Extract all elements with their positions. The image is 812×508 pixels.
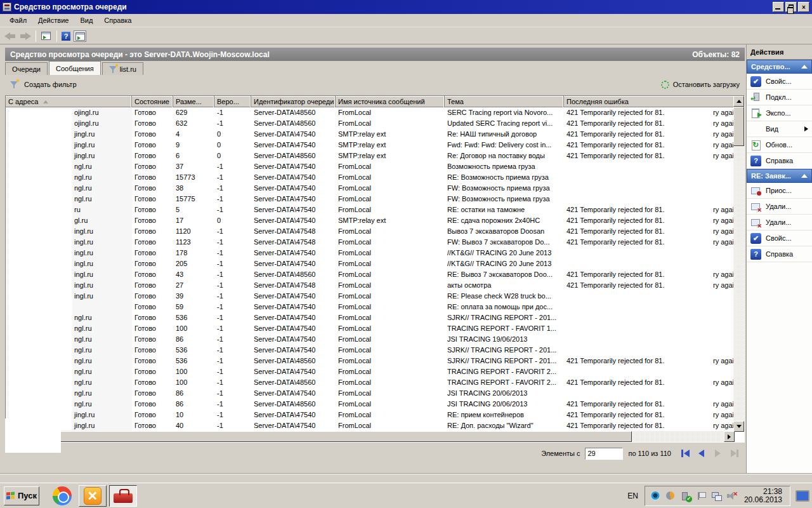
table-row[interactable]: ↑Готово59-1Server-DATA\47540FromLocalRE:… [6, 302, 735, 312]
stop-loading-button[interactable]: Остановить загрузку [661, 81, 740, 89]
action-group-header-1[interactable]: RE: Заявк... [747, 169, 812, 183]
properties-icon: ✔ [750, 76, 761, 87]
table-row[interactable]: ↑ngl.ruГотово100-1Server-DATA\48560FromL… [6, 377, 735, 388]
action-item[interactable]: ✔Свойс... [747, 231, 812, 246]
chrome-launcher[interactable] [48, 485, 76, 507]
network-tray-icon[interactable] [711, 491, 721, 501]
column-header-1[interactable]: Состояние [132, 96, 173, 107]
create-filter-button[interactable]: Создать фильтр [10, 81, 77, 88]
table-row[interactable]: ↑ingl.ruГотово205-1Server-DATA\47540From… [6, 258, 735, 269]
action-item[interactable]: ?Справка [747, 153, 812, 169]
table-row[interactable]: ↑ngl.ruГотово536-1Server-DATA\48560FromL… [6, 356, 735, 366]
menu-item-0[interactable]: Файл [4, 15, 32, 25]
forward-icon[interactable] [18, 30, 32, 42]
column-header-2[interactable]: Разме... [173, 96, 214, 107]
table-row[interactable]: ↑ngl.ruГотово536-1Server-DATA\47540FromL… [6, 345, 735, 356]
safely-remove-hardware-icon[interactable] [681, 491, 691, 501]
collapse-icon[interactable] [801, 65, 808, 69]
table-row[interactable]: ↑gl.ruГотово170Server-DATA\47540SMTP:rel… [6, 215, 735, 226]
table-row[interactable]: ↑jingl.ruГотово40-1Server-DATA\47540From… [6, 420, 735, 431]
table-row[interactable]: ↑ngl.ruГотово100-1Server-DATA\47540FromL… [6, 366, 735, 377]
action-item[interactable]: Удали... [747, 215, 812, 231]
items-from-input[interactable] [585, 448, 623, 460]
previous-page-button[interactable] [697, 449, 707, 458]
tab-2[interactable]: list.ru [102, 62, 143, 75]
scroll-up-button[interactable] [733, 96, 744, 107]
table-row[interactable]: ↑ojingl.ruГотово632-1Server-DATA\48560Fr… [6, 118, 735, 129]
webcam-tray-icon[interactable] [650, 491, 660, 501]
action-item[interactable]: Обнов... [747, 137, 812, 153]
table-row[interactable]: ↑jingl.ruГотово90Server-DATA\47540SMTP:r… [6, 140, 735, 150]
language-indicator[interactable]: EN [621, 491, 645, 500]
action-item[interactable]: Экспо... [747, 105, 812, 121]
action-item[interactable]: ?Справка [747, 246, 812, 262]
horizontal-scroll-thumb[interactable] [16, 431, 632, 442]
scroll-right-button[interactable] [724, 431, 735, 442]
clock[interactable]: 21:38 20.06.2013 [742, 488, 785, 504]
collapse-icon[interactable] [801, 174, 808, 178]
table-row[interactable]: ↑ingl.ruГотово43-1Server-DATA\48560FromL… [6, 269, 735, 280]
toolbox-taskbar-button[interactable] [109, 485, 137, 507]
table-row[interactable]: ↑ngl.ruГотово15775-1Server-DATA\47540Fro… [6, 194, 735, 204]
minimize-button[interactable] [773, 2, 784, 12]
last-error-tail: ry agai [713, 226, 734, 237]
cell-status: Готово [132, 226, 173, 237]
first-page-button[interactable] [680, 449, 690, 458]
close-button[interactable]: × [798, 2, 809, 12]
action-group-header-0[interactable]: Средство... [747, 60, 812, 74]
table-row[interactable]: ↑ngl.ruГотово536-1Server-DATA\47540FromL… [6, 312, 735, 323]
action-item[interactable]: Подкл... [747, 90, 812, 105]
column-header-3[interactable]: Веро... [214, 96, 251, 107]
table-row[interactable]: ↑ingl.ruГотово1120-1Server-DATA\47548Fro… [6, 226, 735, 237]
column-header-5[interactable]: Имя источника сообщений [336, 96, 445, 107]
scroll-down-button[interactable] [733, 421, 744, 432]
tab-0[interactable]: Очереди [5, 62, 48, 75]
table-row[interactable]: ↑jingl.ruГотово10-1Server-DATA\47540From… [6, 410, 735, 420]
volume-muted-icon[interactable] [726, 491, 737, 501]
table-row[interactable]: ↑ngl.ruГотово86-1Server-DATA\47540FromLo… [6, 334, 735, 345]
table-row[interactable]: ↑ngl.ruГотово86-1Server-DATA\48560FromLo… [6, 399, 735, 410]
column-header-0[interactable]: С адреса [6, 96, 132, 107]
table-row[interactable]: ↑ingl.ruГотово39-1Server-DATA\47540FromL… [6, 291, 735, 302]
restore-button[interactable] [785, 2, 797, 12]
action-item[interactable]: Вид [747, 121, 812, 137]
display-settings-icon[interactable] [796, 490, 809, 502]
update-tray-icon[interactable] [665, 491, 676, 501]
table-row[interactable]: ↑ngl.ruГотово37-1Server-DATA\47540FromLo… [6, 161, 735, 172]
vertical-scrollbar[interactable] [733, 96, 744, 432]
table-row[interactable]: ↑ngl.ruГотово15773-1Server-DATA\47540Fro… [6, 172, 735, 183]
menu-item-3[interactable]: Справка [98, 15, 137, 25]
action-item[interactable]: Приос... [747, 183, 812, 199]
table-row[interactable]: ↑ruГотово5-1Server-DATA\47540FromLocalRE… [6, 204, 735, 215]
menu-item-2[interactable]: Вид [74, 15, 98, 25]
tab-1[interactable]: Сообщения [49, 61, 101, 75]
menu-item-1[interactable]: Действие [32, 15, 74, 25]
column-header-7[interactable]: Последняя ошибка [564, 96, 735, 107]
table-row[interactable]: ↑ingl.ruГотово1123-1Server-DATA\47548Fro… [6, 237, 735, 248]
help-icon[interactable]: ? [60, 30, 72, 42]
table-row[interactable]: ↑jingl.ruГотово40Server-DATA\47540SMTP:r… [6, 129, 735, 140]
next-page-button[interactable] [713, 449, 723, 458]
table-row[interactable]: ↑ojingl.ruГотово629-1Server-DATA\48560Fr… [6, 107, 735, 118]
table-row[interactable]: ↑ngl.ruГотово38-1Server-DATA\47540FromLo… [6, 183, 735, 194]
column-header-4[interactable]: Идентификатор очереди [251, 96, 336, 107]
table-row[interactable]: ↑ingl.ruГотово27-1Server-DATA\47548FromL… [6, 280, 735, 291]
action-item[interactable]: ✔Свойс... [747, 74, 812, 90]
action-item[interactable]: Удали... [747, 199, 812, 215]
table-row[interactable]: ↑ingl.ruГотово178-1Server-DATA\47540From… [6, 248, 735, 258]
cell-size: 100 [173, 366, 214, 377]
vertical-scroll-thumb[interactable] [733, 107, 744, 146]
table-row[interactable]: ↑jingl.ruГотово60Server-DATA\48560SMTP:r… [6, 150, 735, 161]
column-header-6[interactable]: Тема [445, 96, 564, 107]
last-page-button[interactable] [730, 449, 740, 458]
table-row[interactable]: ↑ngl.ruГотово100-1Server-DATA\47540FromL… [6, 323, 735, 334]
flag-tray-icon[interactable] [696, 491, 706, 501]
back-icon[interactable] [3, 30, 17, 42]
action-pane-toggle-icon[interactable] [74, 30, 86, 42]
horizontal-scrollbar[interactable] [6, 431, 735, 442]
console-tree-icon[interactable] [40, 30, 53, 42]
table-row[interactable]: ↑ngl.ruГотово86-1Server-DATA\47540FromLo… [6, 388, 735, 399]
start-button[interactable]: Пуск [4, 486, 39, 505]
exchange-taskbar-button[interactable]: ✕ [79, 485, 107, 507]
cell-source: FromLocal [336, 334, 445, 345]
